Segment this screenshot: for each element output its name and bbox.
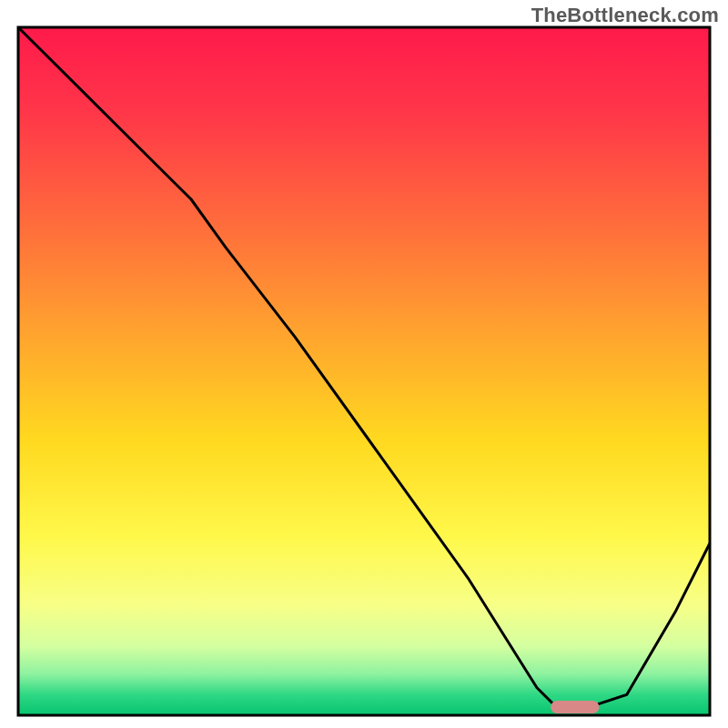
optimal-marker: [551, 701, 599, 713]
bottleneck-chart: TheBottleneck.com: [0, 0, 728, 728]
chart-svg: [0, 0, 728, 728]
watermark-text: TheBottleneck.com: [531, 4, 719, 27]
